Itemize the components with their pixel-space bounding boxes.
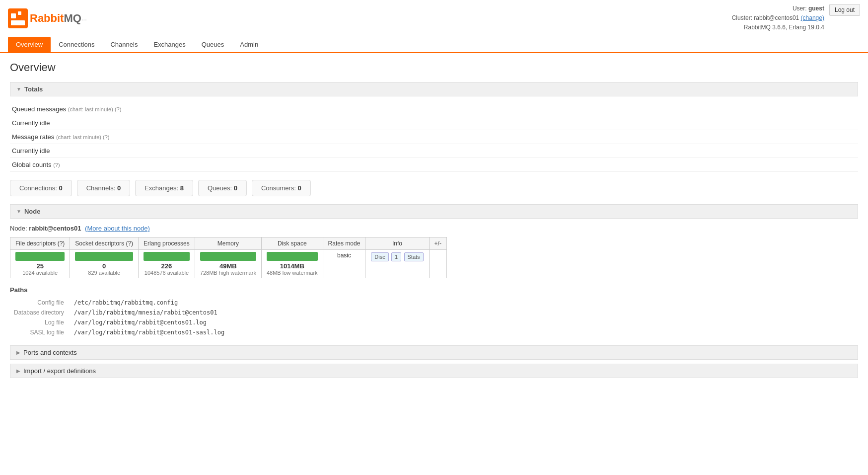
path-database-key: Database directory bbox=[10, 308, 70, 317]
socket-descriptors-available: 829 available bbox=[75, 270, 133, 276]
header: RabbitMQ... User: guest Cluster: rabbit@… bbox=[0, 0, 868, 37]
rates-mode-value: basic bbox=[337, 252, 351, 259]
socket-descriptors-bar bbox=[75, 252, 133, 261]
svg-rect-3 bbox=[11, 20, 25, 25]
file-descriptors-bar bbox=[15, 252, 65, 261]
path-row-log: Log file /var/log/rabbitmq/rabbit@centos… bbox=[10, 317, 228, 327]
user-label: User: bbox=[793, 5, 807, 12]
nav-admin[interactable]: Admin bbox=[232, 37, 266, 52]
import-export-label: Import / export definitions bbox=[23, 367, 96, 375]
th-memory: Memory bbox=[195, 237, 261, 249]
count-queues: Queues: 0 bbox=[198, 180, 247, 196]
disk-space-available: 48MB low watermark bbox=[267, 270, 318, 276]
node-section-title: Node bbox=[24, 208, 41, 215]
path-config-value: /etc/rabbitmq/rabbitmq.config bbox=[70, 298, 228, 308]
main-content: Overview ▼ Totals Queued messages (chart… bbox=[0, 53, 868, 390]
path-log-key: Log file bbox=[10, 317, 70, 327]
cluster-change[interactable]: (change) bbox=[801, 14, 824, 21]
td-erlang-processes: 226 1048576 available bbox=[139, 249, 195, 278]
cluster-line: Cluster: rabbit@centos01 (change) bbox=[732, 13, 824, 23]
count-channels-value: 0 bbox=[117, 184, 121, 192]
ports-label: Ports and contexts bbox=[23, 349, 77, 356]
erlang-processes-available: 1048576 available bbox=[144, 270, 190, 276]
node-table: File descriptors (?) Socket descriptors … bbox=[10, 237, 447, 278]
th-erlang-processes: Erlang processes bbox=[139, 237, 195, 249]
message-rates-row: Message rates (chart: last minute) (?) bbox=[10, 130, 858, 144]
message-rates-status-row: Currently idle bbox=[10, 144, 858, 158]
nav: Overview Connections Channels Exchanges … bbox=[0, 37, 868, 53]
logo: RabbitMQ... bbox=[8, 8, 87, 28]
th-info: Info bbox=[365, 237, 429, 249]
queued-messages-status-row: Currently idle bbox=[10, 116, 858, 130]
count-exchanges-value: 8 bbox=[180, 184, 184, 192]
node-content: Node: rabbit@centos01 (More about this n… bbox=[10, 225, 858, 337]
queued-messages-hint: (chart: last minute) (?) bbox=[68, 106, 122, 112]
version-text: RabbitMQ 3.6.6, Erlang 19.0.4 bbox=[744, 24, 824, 31]
td-memory: 49MB 728MB high watermark bbox=[195, 249, 261, 278]
td-info: Disc 1 Stats bbox=[365, 249, 429, 278]
file-descriptors-value: 25 bbox=[15, 262, 65, 270]
node-name: rabbit@centos01 bbox=[29, 225, 81, 232]
count-queues-value: 0 bbox=[234, 184, 237, 192]
th-disk-space: Disk space bbox=[261, 237, 323, 249]
logo-rabbit: Rabbit bbox=[30, 12, 64, 25]
paths-table: Config file /etc/rabbitmq/rabbitmq.confi… bbox=[10, 298, 228, 337]
queued-messages-label: Queued messages bbox=[12, 105, 66, 113]
info-btn-stats[interactable]: Stats bbox=[404, 252, 424, 261]
memory-bar bbox=[200, 252, 256, 261]
logout-button[interactable]: Log out bbox=[829, 4, 860, 16]
version-line: RabbitMQ 3.6.6, Erlang 19.0.4 bbox=[732, 23, 824, 32]
global-counts-hint: (?) bbox=[53, 162, 60, 168]
message-rates-status: Currently idle bbox=[12, 147, 50, 155]
message-rates-label: Message rates bbox=[12, 133, 54, 141]
td-file-descriptors: 25 1024 available bbox=[10, 249, 70, 278]
logo-suffix: ... bbox=[81, 14, 87, 22]
page-title: Overview bbox=[10, 61, 858, 74]
count-consumers-label: Consumers: bbox=[261, 184, 298, 192]
count-queues-label: Queues: bbox=[208, 184, 234, 192]
user-line: User: guest bbox=[732, 4, 824, 13]
import-export-arrow-icon: ▶ bbox=[16, 368, 20, 374]
count-exchanges: Exchanges: 8 bbox=[135, 180, 193, 196]
count-consumers: Consumers: 0 bbox=[252, 180, 311, 196]
nav-exchanges[interactable]: Exchanges bbox=[145, 37, 193, 52]
user-details: User: guest Cluster: rabbit@centos01 (ch… bbox=[732, 4, 824, 33]
import-export-section[interactable]: ▶ Import / export definitions bbox=[10, 364, 858, 378]
totals-section-header[interactable]: ▼ Totals bbox=[10, 82, 858, 96]
count-connections: Connections: 0 bbox=[10, 180, 72, 196]
disk-space-bar bbox=[267, 252, 318, 261]
nav-channels[interactable]: Channels bbox=[102, 37, 145, 52]
cluster-name: rabbit@centos01 bbox=[754, 14, 799, 21]
more-about-node-link[interactable]: (More about this node) bbox=[85, 225, 150, 232]
count-channels: Channels: 0 bbox=[77, 180, 130, 196]
td-plus-minus-cell bbox=[429, 249, 446, 278]
memory-value: 49MB bbox=[200, 262, 256, 270]
nav-queues[interactable]: Queues bbox=[194, 37, 232, 52]
info-btn-disc[interactable]: Disc bbox=[371, 252, 388, 261]
queued-messages-status: Currently idle bbox=[12, 119, 50, 127]
node-label-line: Node: rabbit@centos01 (More about this n… bbox=[10, 225, 858, 232]
node-arrow-icon: ▼ bbox=[16, 209, 21, 214]
file-descriptors-available: 1024 available bbox=[15, 270, 65, 276]
count-channels-label: Channels: bbox=[86, 184, 117, 192]
ports-contexts-section[interactable]: ▶ Ports and contexts bbox=[10, 345, 858, 360]
path-config-key: Config file bbox=[10, 298, 70, 308]
path-sasl-key: SASL log file bbox=[10, 327, 70, 337]
node-section-header[interactable]: ▼ Node bbox=[10, 204, 858, 219]
memory-available: 728MB high watermark bbox=[200, 270, 256, 276]
path-log-value: /var/log/rabbitmq/rabbit@centos01.log bbox=[70, 317, 228, 327]
td-socket-descriptors: 0 829 available bbox=[70, 249, 139, 278]
totals-content: Queued messages (chart: last minute) (?)… bbox=[10, 102, 858, 172]
message-rates-hint: (chart: last minute) (?) bbox=[56, 134, 110, 140]
nav-connections[interactable]: Connections bbox=[51, 37, 102, 52]
td-rates-mode: basic bbox=[323, 249, 365, 278]
ports-arrow-icon: ▶ bbox=[16, 350, 20, 355]
th-plus-minus[interactable]: +/- bbox=[429, 237, 446, 249]
svg-rect-2 bbox=[18, 11, 21, 15]
path-row-config: Config file /etc/rabbitmq/rabbitmq.confi… bbox=[10, 298, 228, 308]
rabbitmq-logo-icon bbox=[8, 8, 28, 28]
info-btn-1[interactable]: 1 bbox=[391, 252, 401, 261]
path-database-value: /var/lib/rabbitmq/mnesia/rabbit@centos01 bbox=[70, 308, 228, 317]
erlang-processes-bar bbox=[144, 252, 190, 261]
nav-overview[interactable]: Overview bbox=[8, 37, 51, 52]
